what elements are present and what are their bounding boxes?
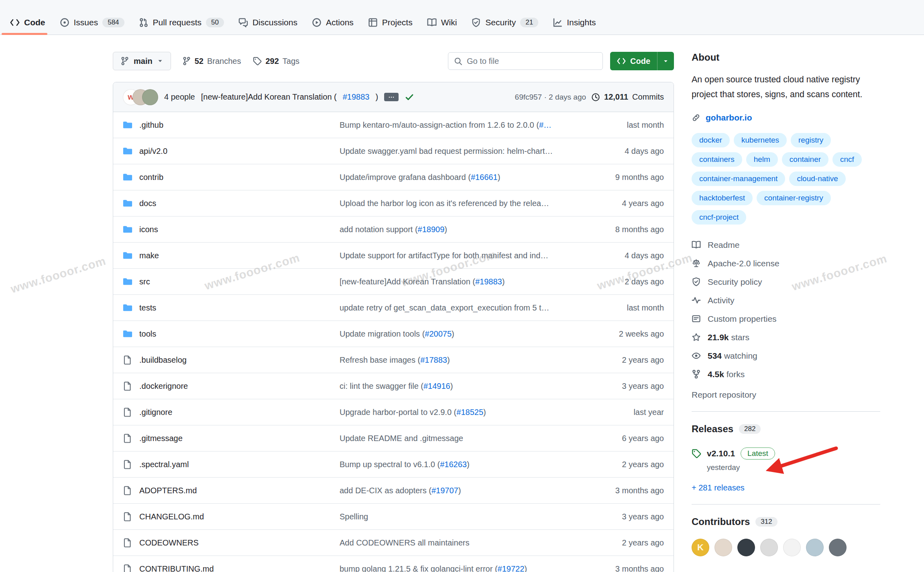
- file-name-link[interactable]: .gitmessage: [139, 434, 183, 443]
- row-commit-message-suffix[interactable]: ): [467, 460, 470, 469]
- row-pr-link[interactable]: #18525: [456, 408, 483, 417]
- row-commit-message[interactable]: bump golang 1.21.5 & fix golangci-lint e…: [340, 564, 498, 572]
- contributor-avatar[interactable]: [783, 539, 801, 556]
- contributor-avatar[interactable]: K: [692, 539, 709, 556]
- row-commit-message-suffix[interactable]: ): [483, 408, 486, 417]
- row-commit-message[interactable]: Update/improve grafana dashboard (: [340, 173, 471, 182]
- row-commit-message[interactable]: update retry of get_scan_data_export_exe…: [340, 303, 550, 312]
- row-commit-message-suffix[interactable]: ): [498, 173, 501, 182]
- contributor-avatar[interactable]: [714, 539, 732, 556]
- topic-tag[interactable]: containers: [692, 152, 742, 167]
- table-row[interactable]: src [new-feature]Add Korean Translation …: [113, 269, 674, 295]
- row-commit-message[interactable]: [new-feature]Add Korean Translation (: [340, 277, 475, 286]
- topic-tag[interactable]: docker: [692, 133, 730, 147]
- file-name-link[interactable]: tools: [139, 329, 156, 339]
- row-commit-message-suffix[interactable]: ): [452, 329, 454, 338]
- table-row[interactable]: .spectral.yaml Bump up spectral to v6.1.…: [113, 451, 674, 478]
- file-name-link[interactable]: make: [139, 251, 159, 260]
- file-name-link[interactable]: src: [139, 277, 150, 286]
- tab-discussions[interactable]: Discussions: [232, 10, 303, 35]
- tags-link[interactable]: 292 Tags: [253, 57, 299, 66]
- topic-tag[interactable]: container: [782, 152, 828, 167]
- row-commit-message[interactable]: Update README and .gitmessage: [340, 434, 463, 443]
- file-name-link[interactable]: tests: [139, 303, 156, 313]
- branch-selector[interactable]: main: [113, 52, 171, 70]
- table-row[interactable]: docs Upload the harbor log icon as it's …: [113, 190, 674, 217]
- topic-tag[interactable]: container-management: [692, 172, 785, 186]
- file-name-link[interactable]: .dockerignore: [139, 382, 188, 391]
- file-name-link[interactable]: .github: [139, 121, 163, 130]
- table-row[interactable]: .buildbaselog Refresh base images (#1788…: [113, 347, 674, 373]
- table-row[interactable]: .gitmessage Update README and .gitmessag…: [113, 425, 674, 451]
- row-commit-message-suffix[interactable]: ): [444, 225, 447, 234]
- commit-history-link[interactable]: 12,011 Commits: [591, 92, 664, 102]
- topic-tag[interactable]: cloud-native: [789, 172, 845, 186]
- row-pr-link[interactable]: #14916: [423, 382, 450, 390]
- file-name-link[interactable]: .gitignore: [139, 408, 172, 417]
- table-row[interactable]: .github Bump kentaro-m/auto-assign-actio…: [113, 112, 674, 138]
- sidebar-link-activity[interactable]: Activity: [692, 291, 880, 310]
- row-commit-message[interactable]: Upload the harbor log icon as it's refer…: [340, 199, 549, 208]
- commit-description-toggle[interactable]: [384, 93, 399, 101]
- table-row[interactable]: .gitignore Upgrade harbor-portal to v2.9…: [113, 399, 674, 425]
- tab-pull-requests[interactable]: Pull requests 50: [133, 10, 230, 35]
- contributor-avatar[interactable]: [806, 539, 824, 556]
- row-pr-link[interactable]: #16263: [440, 460, 467, 469]
- file-name-link[interactable]: CHANGELOG.md: [139, 512, 204, 521]
- row-pr-link[interactable]: #17883: [420, 355, 447, 364]
- stat-watching[interactable]: 534 watching: [692, 347, 880, 365]
- file-name-link[interactable]: .buildbaselog: [139, 355, 187, 365]
- tab-issues[interactable]: Issues 584: [54, 10, 130, 35]
- contributor-avatar[interactable]: [760, 539, 778, 556]
- row-commit-message-suffix[interactable]: ): [450, 382, 453, 390]
- table-row[interactable]: CODEOWNERS Add CODEOWNERS all maintainer…: [113, 530, 674, 556]
- tab-code[interactable]: Code: [4, 10, 51, 35]
- table-row[interactable]: api/v2.0 Update swagger.yaml bad request…: [113, 138, 674, 164]
- table-row[interactable]: contrib Update/improve grafana dashboard…: [113, 164, 674, 190]
- tab-insights[interactable]: Insights: [547, 10, 602, 35]
- row-commit-message[interactable]: ci: lint the swagger file (: [340, 382, 423, 390]
- sidebar-link-security-policy[interactable]: Security policy: [692, 273, 880, 291]
- table-row[interactable]: ADOPTERS.md add DE-CIX as adopters (#197…: [113, 478, 674, 504]
- row-commit-message-suffix[interactable]: ): [524, 564, 527, 572]
- table-row[interactable]: tools Update migration tools (#20075) 2 …: [113, 321, 674, 347]
- row-commit-message[interactable]: add notation support (: [340, 225, 418, 234]
- topic-tag[interactable]: registry: [791, 133, 831, 147]
- table-row[interactable]: tests update retry of get_scan_data_expo…: [113, 295, 674, 321]
- topic-tag[interactable]: kubernetes: [734, 133, 787, 147]
- file-name-link[interactable]: ADOPTERS.md: [139, 486, 197, 495]
- row-commit-message[interactable]: Spelling: [340, 512, 368, 521]
- row-pr-link[interactable]: #18909: [418, 225, 445, 234]
- topic-tag[interactable]: cncf-project: [692, 210, 746, 225]
- checks-status-icon[interactable]: [405, 92, 414, 102]
- row-commit-message-suffix[interactable]: ): [447, 355, 450, 364]
- row-pr-link[interactable]: #20075: [425, 329, 452, 338]
- file-name-link[interactable]: CODEOWNERS: [139, 538, 199, 547]
- table-row[interactable]: CONTRIBUTING.md bump golang 1.21.5 & fix…: [113, 556, 674, 572]
- commit-sha-time[interactable]: 69fc957 · 2 days ago: [515, 93, 586, 102]
- table-row[interactable]: make Update support for artifactType for…: [113, 243, 674, 269]
- tab-projects[interactable]: Projects: [362, 10, 419, 35]
- tab-actions[interactable]: Actions: [306, 10, 360, 35]
- contributor-avatar[interactable]: [829, 539, 847, 556]
- row-commit-message[interactable]: Upgrade harbor-portal to v2.9.0 (: [340, 408, 456, 417]
- contributor-avatar[interactable]: [737, 539, 755, 556]
- latest-release-version[interactable]: v2.10.1: [707, 449, 735, 458]
- row-pr-link[interactable]: #19883: [475, 277, 502, 286]
- website-link[interactable]: goharbor.io: [706, 113, 752, 123]
- row-pr-link[interactable]: #16661: [471, 173, 498, 182]
- sidebar-link-readme[interactable]: Readme: [692, 236, 880, 254]
- commit-authors-link[interactable]: 4 people: [164, 92, 195, 102]
- row-commit-message[interactable]: Bump up spectral to v6.1.0 (: [340, 460, 440, 469]
- sidebar-link-apache-2-0-license[interactable]: Apache-2.0 license: [692, 254, 880, 273]
- more-releases-link[interactable]: + 281 releases: [692, 483, 745, 492]
- stat-forks[interactable]: 4.5k forks: [692, 365, 880, 384]
- topic-tag[interactable]: hacktoberfest: [692, 191, 753, 205]
- row-commit-message-suffix[interactable]: ): [502, 277, 505, 286]
- branches-link[interactable]: 52 Branches: [182, 57, 241, 66]
- topic-tag[interactable]: helm: [746, 152, 778, 167]
- tab-wiki[interactable]: Wiki: [421, 10, 463, 35]
- row-pr-link[interactable]: #19722: [498, 564, 525, 572]
- row-pr-link[interactable]: #…: [539, 121, 552, 129]
- row-commit-message[interactable]: add DE-CIX as adopters (: [340, 486, 431, 495]
